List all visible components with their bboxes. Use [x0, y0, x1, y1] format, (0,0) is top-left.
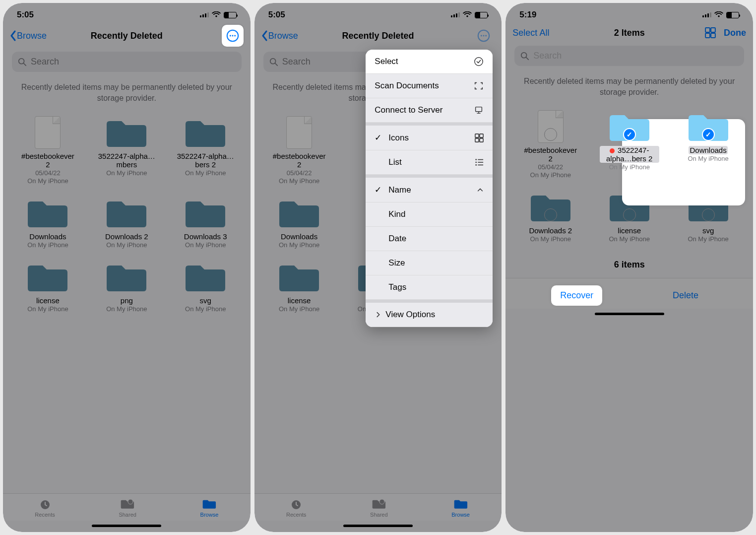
file-item[interactable]: Downloads 2On My iPhone	[512, 190, 588, 243]
status-bar: 5:05	[254, 3, 502, 23]
clock-icon	[39, 499, 52, 511]
info-hint: Recently deleted items may be permanentl…	[3, 76, 251, 104]
chevron-left-icon	[261, 30, 268, 41]
wifi-icon	[463, 11, 472, 18]
battery-icon	[224, 12, 237, 18]
more-menu: Select Scan Documents Connect to Server …	[366, 50, 493, 327]
search-icon	[269, 58, 278, 67]
search-field[interactable]: Search	[12, 52, 242, 72]
search-icon	[520, 52, 529, 61]
signal-icon	[200, 12, 209, 17]
menu-select[interactable]: Select	[366, 50, 493, 74]
home-indicator	[343, 525, 413, 527]
file-item[interactable]: DownloadsOn My iPhone	[670, 109, 746, 179]
shared-icon	[121, 499, 134, 511]
tab-recents[interactable]: Recents	[35, 499, 55, 518]
status-bar: 5:05	[3, 3, 251, 23]
menu-connect-server[interactable]: Connect to Server	[366, 98, 493, 123]
nav-bar: Select All 2 Items Done	[505, 23, 753, 46]
search-placeholder: Search	[533, 51, 562, 61]
file-item[interactable]: svgOn My iPhone	[168, 260, 244, 313]
item-count: 6 items	[505, 253, 753, 278]
delete-button[interactable]: Delete	[664, 285, 707, 306]
home-indicator	[595, 313, 664, 315]
back-button[interactable]: Browse	[10, 30, 47, 41]
menu-view-options[interactable]: View Options	[366, 303, 493, 327]
home-indicator	[92, 525, 161, 527]
server-icon	[474, 105, 484, 115]
more-button[interactable]	[473, 25, 495, 47]
file-item[interactable]: licenseOn My iPhone	[10, 260, 86, 313]
screen-1: 5:05 Browse Recently Deleted Search Rece…	[3, 3, 251, 532]
search-field[interactable]: Search	[514, 46, 744, 66]
back-label: Browse	[17, 31, 47, 41]
search-icon	[18, 58, 27, 67]
tab-browse[interactable]: Browse	[200, 499, 219, 518]
chevron-up-icon	[477, 187, 484, 194]
menu-view-list[interactable]: List	[366, 150, 493, 175]
browse-icon	[454, 499, 468, 511]
signal-icon	[702, 12, 711, 17]
grid-icon	[475, 134, 484, 142]
list-icon	[475, 158, 484, 167]
menu-sort-kind[interactable]: Kind	[366, 202, 493, 227]
tab-shared[interactable]: Shared	[370, 499, 387, 518]
done-button[interactable]: Done	[724, 28, 746, 38]
file-item[interactable]: 3522247-alpha…bers 2On My iPhone	[591, 109, 667, 179]
browse-icon	[202, 499, 216, 511]
battery-icon	[726, 12, 739, 18]
tab-browse[interactable]: Browse	[451, 499, 470, 518]
nav-bar: Browse Recently Deleted	[254, 23, 502, 52]
nav-bar: Browse Recently Deleted	[3, 23, 251, 52]
file-item[interactable]: licenseOn My iPhone	[261, 260, 337, 313]
tab-bar: Recents Shared Browse	[3, 493, 251, 521]
file-item[interactable]: Downloads 3On My iPhone	[168, 196, 244, 249]
chevron-left-icon	[10, 30, 17, 41]
search-placeholder: Search	[282, 57, 311, 67]
file-item[interactable]: #bestebookever 205/04/22On My iPhone	[512, 109, 588, 179]
menu-sort-size[interactable]: Size	[366, 251, 493, 275]
file-item[interactable]: DownloadsOn My iPhone	[261, 196, 337, 249]
menu-scan-documents[interactable]: Scan Documents	[366, 74, 493, 98]
menu-sort-date[interactable]: Date	[366, 227, 493, 251]
file-item[interactable]: #bestebookever 205/04/22On My iPhone	[10, 115, 86, 185]
shared-icon	[372, 499, 386, 511]
status-time: 5:05	[268, 10, 285, 20]
file-grid: #bestebookever 205/04/22On My iPhone3522…	[3, 104, 251, 323]
view-grid-button[interactable]	[705, 27, 716, 38]
tab-bar: Recents Shared Browse	[254, 493, 502, 521]
more-button[interactable]	[222, 25, 244, 47]
more-icon	[226, 29, 240, 43]
wifi-icon	[212, 11, 221, 18]
bottom-toolbar: Recover Delete	[505, 278, 753, 309]
tab-recents[interactable]: Recents	[286, 499, 306, 518]
back-label: Browse	[268, 31, 298, 41]
screen-3: 5:19 Select All 2 Items Done Search Rece…	[505, 3, 753, 532]
file-grid: #bestebookever 205/04/22On My iPhone 352…	[505, 98, 753, 253]
screen-2: 5:05 Browse Recently Deleted Search Rece…	[254, 3, 502, 532]
select-all-button[interactable]: Select All	[512, 28, 549, 38]
wifi-icon	[714, 11, 723, 18]
status-time: 5:19	[519, 10, 536, 20]
recover-button[interactable]: Recover	[551, 285, 602, 306]
status-bar: 5:19	[505, 3, 753, 23]
tab-shared[interactable]: Shared	[119, 499, 136, 518]
info-hint: Recently deleted items may be permanentl…	[505, 70, 753, 98]
file-item[interactable]: pngOn My iPhone	[89, 260, 165, 313]
file-item[interactable]: DownloadsOn My iPhone	[10, 196, 86, 249]
status-time: 5:05	[17, 10, 34, 20]
chevron-right-icon	[375, 311, 381, 318]
file-item[interactable]: Downloads 2On My iPhone	[89, 196, 165, 249]
back-button[interactable]: Browse	[261, 30, 298, 41]
file-item[interactable]: 3522247-alpha…mbersOn My iPhone	[89, 115, 165, 185]
menu-view-icons[interactable]: ✓Icons	[366, 126, 493, 150]
file-item[interactable]: #bestebookever 205/04/22On My iPhone	[261, 115, 337, 185]
check-circle-icon	[474, 57, 484, 67]
file-item[interactable]: 3522247-alpha…bers 2On My iPhone	[168, 115, 244, 185]
search-placeholder: Search	[31, 57, 59, 67]
menu-sort-tags[interactable]: Tags	[366, 275, 493, 300]
signal-icon	[451, 12, 460, 17]
menu-sort-name[interactable]: ✓Name	[366, 178, 493, 202]
scan-icon	[474, 81, 484, 91]
more-icon	[477, 29, 491, 43]
